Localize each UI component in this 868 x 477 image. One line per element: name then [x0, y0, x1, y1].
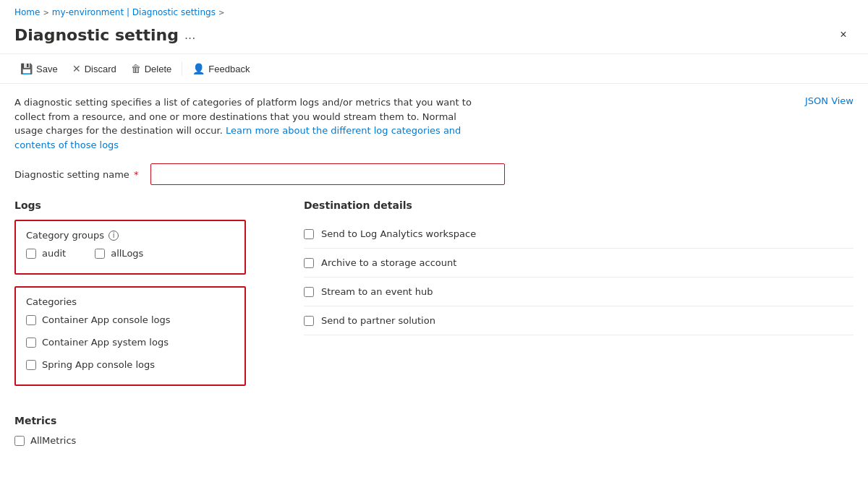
setting-name-row: Diagnostic setting name * — [14, 163, 854, 185]
delete-label: Delete — [145, 64, 172, 74]
all-metrics-row: AllMetrics — [14, 435, 854, 446]
dest1-label[interactable]: Archive to a storage account — [321, 257, 456, 268]
breadcrumb-sep1: > — [43, 9, 48, 17]
toolbar-separator — [182, 61, 182, 76]
save-icon: 💾 — [20, 63, 33, 74]
dest-item-0: Send to Log Analytics workspace — [304, 220, 854, 249]
field-label-text: Diagnostic setting name — [14, 169, 129, 180]
two-col-layout: Logs Category groups i audit allLogs — [14, 199, 854, 398]
dest2-label[interactable]: Stream to an event hub — [321, 286, 433, 297]
category-groups-header: Category groups i — [26, 230, 234, 241]
feedback-icon: 👤 — [192, 63, 205, 74]
all-logs-label[interactable]: allLogs — [111, 248, 143, 259]
setting-name-label: Diagnostic setting name * — [14, 169, 139, 180]
cat2-label[interactable]: Spring App console logs — [42, 359, 155, 370]
dest3-label[interactable]: Send to partner solution — [321, 315, 435, 326]
categories-header: Categories — [26, 296, 234, 307]
metrics-section: Metrics AllMetrics — [14, 415, 854, 446]
breadcrumb-home[interactable]: Home — [14, 7, 40, 17]
delete-button[interactable]: 🗑 Delete — [125, 60, 178, 77]
breadcrumb-env[interactable]: my-environment | Diagnostic settings — [52, 7, 216, 17]
all-logs-checkbox[interactable] — [95, 249, 105, 259]
toolbar: 💾 Save ✕ Discard 🗑 Delete 👤 Feedback — [0, 54, 868, 84]
discard-label: Discard — [85, 64, 116, 74]
info-icon[interactable]: i — [109, 231, 119, 241]
cat0-checkbox[interactable] — [26, 315, 36, 325]
breadcrumb: Home > my-environment | Diagnostic setti… — [0, 0, 868, 22]
cat-item-0: Container App console logs — [26, 314, 234, 325]
audit-checkbox[interactable] — [26, 249, 36, 259]
all-metrics-label[interactable]: AllMetrics — [30, 435, 76, 446]
dest1-checkbox[interactable] — [304, 258, 314, 268]
main-content: JSON View A diagnostic setting specifies… — [0, 84, 868, 463]
required-marker: * — [134, 169, 139, 180]
discard-button[interactable]: ✕ Discard — [67, 60, 122, 77]
metrics-section-title: Metrics — [14, 415, 854, 426]
dest2-checkbox[interactable] — [304, 287, 314, 297]
all-logs-checkbox-row: allLogs — [95, 248, 143, 259]
logs-section: Logs Category groups i audit allLogs — [14, 199, 246, 398]
cat-item-1: Container App system logs — [26, 337, 234, 348]
cat-item-2: Spring App console logs — [26, 359, 234, 370]
feedback-label: Feedback — [208, 64, 250, 74]
dest0-checkbox[interactable] — [304, 229, 314, 239]
setting-name-input[interactable] — [150, 163, 505, 185]
logs-section-title: Logs — [14, 199, 246, 211]
cat0-label[interactable]: Container App console logs — [42, 314, 171, 325]
breadcrumb-sep2: > — [218, 9, 224, 17]
destination-section: Destination details Send to Log Analytic… — [304, 199, 854, 398]
dest-item-3: Send to partner solution — [304, 306, 854, 335]
dest0-label[interactable]: Send to Log Analytics workspace — [321, 228, 476, 239]
dest-item-2: Stream to an event hub — [304, 278, 854, 306]
cat2-checkbox[interactable] — [26, 360, 36, 370]
categories-box: Categories Container App console logs Co… — [14, 286, 246, 386]
description-text: A diagnostic setting specifies a list of… — [14, 95, 485, 152]
delete-icon: 🗑 — [131, 63, 141, 74]
destination-section-title: Destination details — [304, 199, 854, 211]
feedback-button[interactable]: 👤 Feedback — [187, 60, 255, 77]
audit-label[interactable]: audit — [42, 248, 66, 259]
save-button[interactable]: 💾 Save — [14, 60, 64, 77]
category-groups-title: Category groups — [26, 230, 104, 241]
category-groups-box: Category groups i audit allLogs — [14, 220, 246, 275]
cat1-label[interactable]: Container App system logs — [42, 337, 169, 348]
dest-item-1: Archive to a storage account — [304, 249, 854, 278]
page-header: Diagnostic setting ... × — [0, 22, 868, 54]
all-metrics-checkbox[interactable] — [14, 436, 25, 446]
discard-icon: ✕ — [72, 63, 81, 74]
close-button[interactable]: × — [833, 25, 854, 45]
cat1-checkbox[interactable] — [26, 338, 36, 348]
page-title-more[interactable]: ... — [184, 28, 195, 42]
page-title: Diagnostic setting — [14, 26, 179, 44]
dest3-checkbox[interactable] — [304, 316, 314, 326]
category-groups-checkboxes: audit allLogs — [26, 248, 234, 265]
audit-checkbox-row: audit — [26, 248, 66, 259]
categories-title: Categories — [26, 296, 77, 307]
save-label: Save — [36, 64, 58, 74]
json-view-link[interactable]: JSON View — [805, 95, 854, 106]
